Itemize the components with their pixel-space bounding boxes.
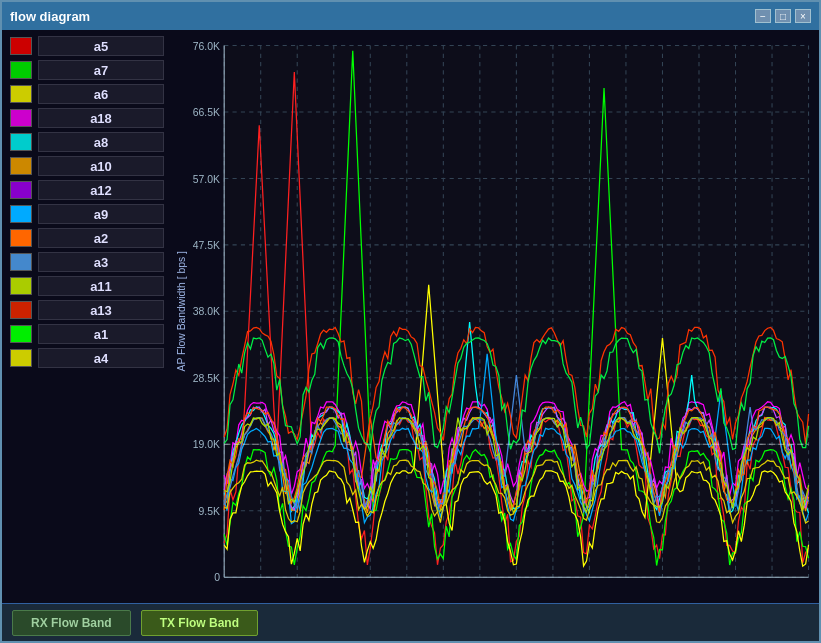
rx-flow-button[interactable]: RX Flow Band — [12, 610, 131, 636]
legend-label-a10: a10 — [38, 156, 164, 176]
title-bar: flow diagram − □ × — [2, 2, 819, 30]
legend-color-a5 — [10, 37, 32, 55]
main-content: a5a7a6a18a8a10a12a9a2a3a11a13a1a4 76.0K6… — [2, 30, 819, 603]
svg-text:38.0K: 38.0K — [193, 307, 220, 318]
tx-flow-button[interactable]: TX Flow Band — [141, 610, 258, 636]
legend-color-a6 — [10, 85, 32, 103]
legend-item-a6[interactable]: a6 — [10, 84, 164, 104]
legend-color-a1 — [10, 325, 32, 343]
svg-text:19.0K: 19.0K — [193, 439, 220, 450]
legend-label-a18: a18 — [38, 108, 164, 128]
legend-color-a12 — [10, 181, 32, 199]
chart-area: 76.0K66.5K57.0K47.5K38.0K28.5K19.0K9.5K0… — [172, 30, 819, 603]
legend-panel: a5a7a6a18a8a10a12a9a2a3a11a13a1a4 — [2, 30, 172, 603]
legend-label-a4: a4 — [38, 348, 164, 368]
close-button[interactable]: × — [795, 9, 811, 23]
legend-item-a18[interactable]: a18 — [10, 108, 164, 128]
legend-color-a8 — [10, 133, 32, 151]
legend-label-a13: a13 — [38, 300, 164, 320]
legend-item-a8[interactable]: a8 — [10, 132, 164, 152]
legend-color-a3 — [10, 253, 32, 271]
legend-label-a12: a12 — [38, 180, 164, 200]
legend-label-a1: a1 — [38, 324, 164, 344]
svg-text:76.0K: 76.0K — [193, 41, 220, 52]
minimize-button[interactable]: − — [755, 9, 771, 23]
main-window: flow diagram − □ × a5a7a6a18a8a10a12a9a2… — [0, 0, 821, 643]
legend-color-a7 — [10, 61, 32, 79]
legend-color-a2 — [10, 229, 32, 247]
svg-text:66.5K: 66.5K — [193, 107, 220, 118]
window-controls: − □ × — [755, 9, 811, 23]
legend-label-a6: a6 — [38, 84, 164, 104]
chart-container: 76.0K66.5K57.0K47.5K38.0K28.5K19.0K9.5K0… — [172, 30, 819, 603]
svg-text:28.5K: 28.5K — [193, 373, 220, 384]
legend-item-a13[interactable]: a13 — [10, 300, 164, 320]
legend-label-a8: a8 — [38, 132, 164, 152]
svg-text:57.0K: 57.0K — [193, 174, 220, 185]
legend-item-a11[interactable]: a11 — [10, 276, 164, 296]
legend-item-a2[interactable]: a2 — [10, 228, 164, 248]
legend-label-a2: a2 — [38, 228, 164, 248]
legend-item-a1[interactable]: a1 — [10, 324, 164, 344]
legend-item-a4[interactable]: a4 — [10, 348, 164, 368]
legend-label-a7: a7 — [38, 60, 164, 80]
legend-color-a18 — [10, 109, 32, 127]
legend-color-a11 — [10, 277, 32, 295]
legend-item-a9[interactable]: a9 — [10, 204, 164, 224]
window-title: flow diagram — [10, 9, 90, 24]
chart-svg: 76.0K66.5K57.0K47.5K38.0K28.5K19.0K9.5K0… — [172, 30, 819, 603]
svg-text:9.5K: 9.5K — [199, 506, 221, 517]
legend-label-a3: a3 — [38, 252, 164, 272]
legend-color-a13 — [10, 301, 32, 319]
legend-item-a3[interactable]: a3 — [10, 252, 164, 272]
legend-color-a9 — [10, 205, 32, 223]
legend-color-a4 — [10, 349, 32, 367]
legend-item-a10[interactable]: a10 — [10, 156, 164, 176]
legend-color-a10 — [10, 157, 32, 175]
svg-text:0: 0 — [214, 572, 220, 583]
legend-item-a7[interactable]: a7 — [10, 60, 164, 80]
bottom-bar: RX Flow Band TX Flow Band — [2, 603, 819, 641]
maximize-button[interactable]: □ — [775, 9, 791, 23]
legend-label-a11: a11 — [38, 276, 164, 296]
legend-label-a5: a5 — [38, 36, 164, 56]
legend-label-a9: a9 — [38, 204, 164, 224]
svg-text:AP Flow Bandwidth [ bps ]: AP Flow Bandwidth [ bps ] — [175, 251, 186, 371]
svg-text:47.5K: 47.5K — [193, 240, 220, 251]
legend-item-a5[interactable]: a5 — [10, 36, 164, 56]
legend-item-a12[interactable]: a12 — [10, 180, 164, 200]
